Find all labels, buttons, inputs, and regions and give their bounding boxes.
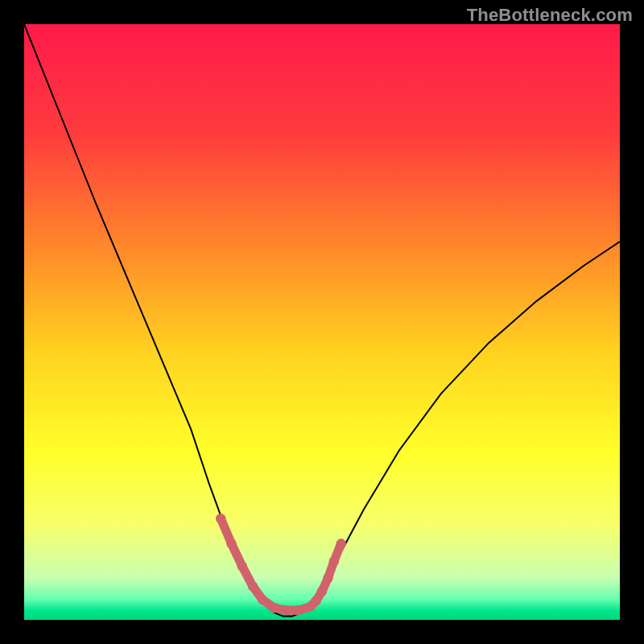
marker-optimal-zone-marker (258, 595, 267, 605)
marker-optimal-zone-marker (248, 581, 258, 591)
marker-optimal-zone-marker (323, 573, 332, 583)
watermark-text: TheBottleneck.com (467, 5, 633, 26)
marker-optimal-zone-marker (226, 539, 236, 548)
plot-area (24, 24, 620, 620)
gradient-background (24, 24, 620, 620)
chart-svg (24, 24, 620, 620)
marker-optimal-zone-marker (216, 514, 225, 523)
marker-optimal-zone-marker (329, 556, 339, 566)
marker-optimal-zone-marker (317, 586, 327, 596)
marker-optimal-zone-marker (311, 596, 320, 605)
marker-optimal-zone-marker (237, 561, 247, 571)
marker-optimal-zone-marker (270, 603, 279, 613)
marker-optimal-zone-marker (281, 605, 291, 615)
marker-optimal-zone-marker (293, 605, 303, 615)
marker-optimal-zone-marker (336, 539, 345, 548)
chart-frame: TheBottleneck.com (0, 0, 644, 644)
